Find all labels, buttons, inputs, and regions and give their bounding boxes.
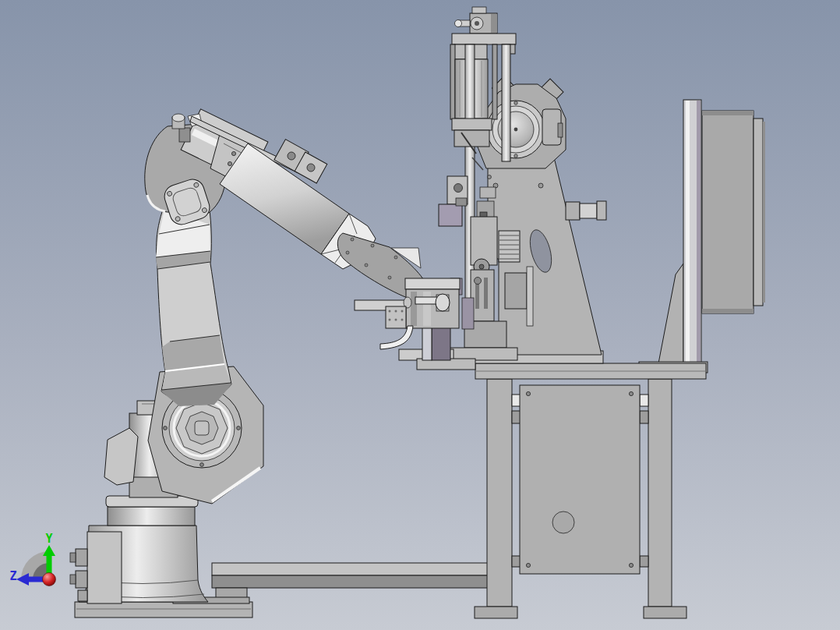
cylinder-flange: [452, 34, 516, 44]
panel-cover: [754, 119, 763, 306]
gripper-cylinder: [436, 294, 450, 311]
origin-sphere[interactable]: [43, 573, 56, 586]
control-panel[interactable]: [702, 111, 754, 313]
z-axis-label: Z: [9, 569, 16, 583]
floor-rail-top: [212, 563, 489, 575]
y-axis-label: Y: [45, 532, 52, 546]
table-leg-left: [487, 379, 512, 607]
gripper-bracket: [386, 306, 406, 328]
robot-base-plate: [75, 602, 252, 618]
table-foot-left: [475, 607, 517, 618]
fixture-pedestal: [432, 324, 450, 360]
floor-rail-bottom: [212, 575, 489, 588]
cad-viewport[interactable]: Y Z: [0, 0, 840, 630]
guide-rod: [502, 44, 510, 161]
table-back-panel: [520, 385, 640, 574]
panel-hole: [552, 511, 574, 533]
side-cylinder: [566, 201, 606, 220]
gripper-shaft: [415, 297, 439, 304]
table-leg-right: [648, 379, 672, 607]
table-foot-right: [644, 607, 686, 618]
